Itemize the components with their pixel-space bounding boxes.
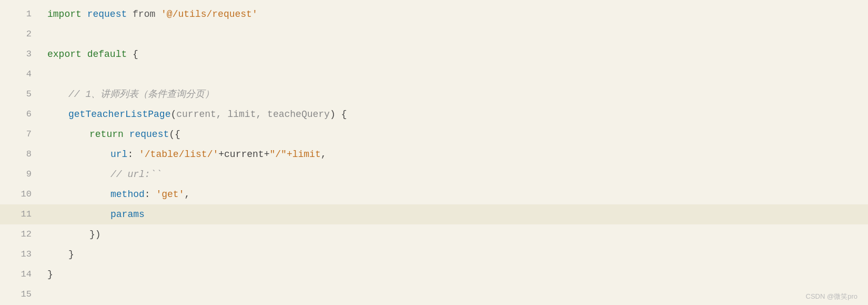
line-number: 1: [11, 7, 32, 21]
code-line: 13}: [0, 244, 868, 264]
code-line: 1import request from '@/utils/request': [0, 4, 868, 24]
line-number: 5: [11, 87, 32, 101]
watermark: CSDN @微笑pro: [806, 291, 857, 302]
line-number: 6: [11, 107, 32, 121]
code-line: 10method: 'get',: [0, 184, 868, 204]
line-number: 8: [11, 147, 32, 161]
code-line: 6getTeacherListPage(current, limit, teac…: [0, 104, 868, 124]
code-line: 7return request({: [0, 124, 868, 144]
code-content: export default {: [47, 47, 857, 62]
code-content: // 1、讲师列表（条件查询分页）: [47, 87, 857, 102]
code-content: }: [47, 247, 857, 262]
code-editor: 1import request from '@/utils/request'23…: [0, 0, 868, 305]
code-content: url: '/table/list/'+current+"/"+limit,: [47, 147, 857, 162]
code-content: getTeacherListPage(current, limit, teach…: [47, 107, 857, 122]
line-number: 12: [11, 227, 32, 241]
code-line: 2: [0, 24, 868, 44]
code-content: return request({: [47, 127, 857, 142]
line-number: 9: [11, 167, 32, 181]
code-content: params: [47, 207, 857, 222]
line-number: 4: [11, 67, 32, 81]
code-content: }: [47, 267, 857, 282]
code-line: 8url: '/table/list/'+current+"/"+limit,: [0, 144, 868, 164]
code-line: 15: [0, 284, 868, 304]
code-line: 5// 1、讲师列表（条件查询分页）: [0, 84, 868, 104]
line-number: 2: [11, 27, 32, 41]
line-number: 7: [11, 127, 32, 141]
code-line: 11params: [0, 204, 868, 224]
code-content: import request from '@/utils/request': [47, 7, 857, 22]
code-line: 9// url:``: [0, 164, 868, 184]
line-number: 11: [11, 207, 32, 221]
code-line: 14}: [0, 264, 868, 284]
code-line: 3export default {: [0, 44, 868, 64]
code-content: // url:``: [47, 167, 857, 182]
code-content: method: 'get',: [47, 187, 857, 202]
line-number: 10: [11, 187, 32, 201]
line-number: 14: [11, 267, 32, 281]
line-number: 13: [11, 247, 32, 261]
code-line: 4: [0, 64, 868, 84]
line-number: 3: [11, 47, 32, 61]
code-line: 12}): [0, 224, 868, 244]
line-number: 15: [11, 287, 32, 301]
code-content: }): [47, 227, 857, 242]
